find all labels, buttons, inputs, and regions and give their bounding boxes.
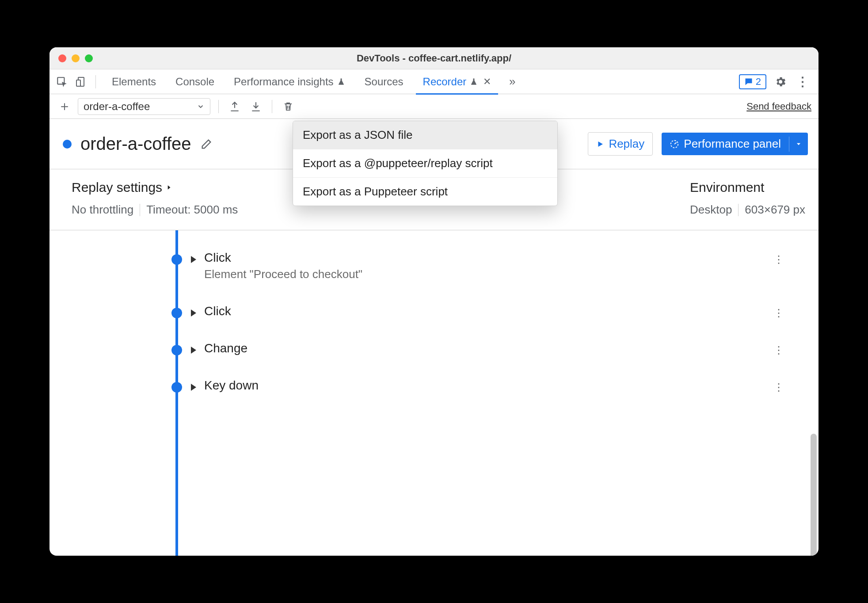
- new-recording-icon[interactable]: ＋: [57, 99, 72, 114]
- step-kebab-icon[interactable]: ⋮: [773, 307, 784, 319]
- delete-icon[interactable]: [280, 99, 296, 114]
- devtools-window: DevTools - coffee-cart.netlify.app/ Elem…: [49, 47, 819, 556]
- replay-settings-label: Replay settings: [72, 180, 162, 195]
- step-kebab-icon[interactable]: ⋮: [773, 253, 784, 266]
- device-toolbar-icon[interactable]: [73, 74, 89, 90]
- caret-right-icon: [166, 183, 172, 192]
- import-icon[interactable]: [248, 99, 264, 114]
- environment-label: Environment: [690, 180, 764, 195]
- environment-heading: Environment: [690, 180, 764, 195]
- tab-label: Sources: [365, 76, 404, 88]
- export-menu: Export as a JSON fileExport as a @puppet…: [293, 121, 558, 206]
- export-menu-item[interactable]: Export as a @puppeteer/replay script: [293, 149, 557, 178]
- kebab-menu-icon[interactable]: ⋮: [795, 74, 811, 90]
- expand-caret-icon[interactable]: [191, 384, 196, 391]
- timeline-step[interactable]: Key down⋮: [49, 367, 805, 404]
- tab-elements[interactable]: Elements: [102, 69, 166, 94]
- window-title: DevTools - coffee-cart.netlify.app/: [49, 53, 819, 64]
- titlebar: DevTools - coffee-cart.netlify.app/: [49, 47, 819, 69]
- device-value: Desktop: [690, 203, 732, 217]
- recorder-toolbar: ＋ order-a-coffee Send feedback: [49, 94, 819, 119]
- export-menu-item[interactable]: Export as a JSON file: [293, 121, 557, 149]
- toolbar-separator: [272, 100, 272, 113]
- timeline-step[interactable]: Click⋮: [49, 293, 805, 330]
- toolbar-separator: [218, 100, 219, 113]
- step-kebab-icon[interactable]: ⋮: [773, 344, 784, 356]
- tab-console[interactable]: Console: [166, 69, 224, 94]
- step-dot: [171, 345, 182, 355]
- tab-label: Recorder: [423, 76, 467, 88]
- export-icon[interactable]: [227, 99, 243, 114]
- caret-down-icon: [796, 141, 802, 147]
- expand-caret-icon[interactable]: [191, 347, 196, 354]
- steps-timeline: ClickElement "Proceed to checkout"⋮Click…: [49, 230, 819, 556]
- flask-icon: [337, 77, 345, 86]
- scrollbar-thumb[interactable]: [811, 434, 817, 556]
- gauge-icon: [670, 139, 679, 149]
- messages-badge[interactable]: 2: [739, 74, 766, 89]
- step-dot: [171, 308, 182, 318]
- step-dot: [171, 382, 182, 393]
- step-label: Key down: [204, 378, 792, 393]
- edit-title-icon[interactable]: [200, 138, 213, 150]
- timeline-step[interactable]: ClickElement "Proceed to checkout"⋮: [49, 239, 805, 293]
- separator: [140, 204, 140, 216]
- replay-button[interactable]: Replay: [588, 132, 653, 156]
- step-label: Click: [204, 304, 792, 318]
- timeout-value: Timeout: 5000 ms: [146, 203, 238, 217]
- svg-rect-2: [76, 80, 80, 86]
- performance-panel-button[interactable]: Performance panel: [662, 133, 808, 155]
- messages-count: 2: [756, 76, 761, 88]
- recording-select[interactable]: order-a-coffee: [78, 98, 210, 115]
- tabs-host: ElementsConsolePerformance insightsSourc…: [102, 69, 501, 94]
- timeline-step[interactable]: Change⋮: [49, 330, 805, 367]
- step-label: Click: [204, 251, 792, 265]
- tabs-right-cluster: 2 ⋮: [739, 74, 814, 90]
- send-feedback-link[interactable]: Send feedback: [746, 101, 811, 112]
- viewport-value: 603×679 px: [745, 203, 805, 217]
- throttling-value: No throttling: [72, 203, 133, 217]
- step-kebab-icon[interactable]: ⋮: [773, 381, 784, 393]
- devtools-tabs-bar: ElementsConsolePerformance insightsSourc…: [49, 69, 819, 94]
- close-tab-icon[interactable]: ✕: [483, 76, 491, 88]
- expand-caret-icon[interactable]: [191, 256, 196, 263]
- recording-status-dot: [63, 140, 72, 149]
- toolbar-separator: [95, 75, 96, 88]
- replay-settings-toggle[interactable]: Replay settings: [72, 180, 238, 195]
- tab-recorder[interactable]: Recorder✕: [413, 69, 501, 94]
- more-tabs-icon[interactable]: »: [504, 74, 520, 90]
- flask-icon: [470, 77, 478, 86]
- expand-caret-icon[interactable]: [191, 309, 196, 317]
- export-menu-item[interactable]: Export as a Puppeteer script: [293, 178, 557, 206]
- performance-panel-dropdown[interactable]: [789, 137, 808, 152]
- replay-button-label: Replay: [609, 137, 644, 151]
- message-icon: [744, 77, 753, 86]
- tab-label: Elements: [112, 76, 156, 88]
- tab-performance-insights[interactable]: Performance insights: [224, 69, 354, 94]
- tab-label: Performance insights: [234, 76, 333, 88]
- performance-panel-label: Performance panel: [684, 137, 781, 151]
- play-icon: [596, 140, 604, 148]
- step-detail: Element "Proceed to checkout": [204, 267, 792, 281]
- tab-sources[interactable]: Sources: [355, 69, 413, 94]
- recording-title: order-a-coffee: [80, 134, 191, 154]
- chevron-down-icon: [197, 103, 205, 111]
- step-label: Change: [204, 341, 792, 355]
- tab-label: Console: [175, 76, 214, 88]
- settings-gear-icon[interactable]: [773, 74, 788, 90]
- separator: [738, 204, 739, 216]
- inspect-element-icon[interactable]: [54, 74, 70, 90]
- step-dot: [171, 254, 182, 265]
- recording-select-value: order-a-coffee: [84, 100, 150, 113]
